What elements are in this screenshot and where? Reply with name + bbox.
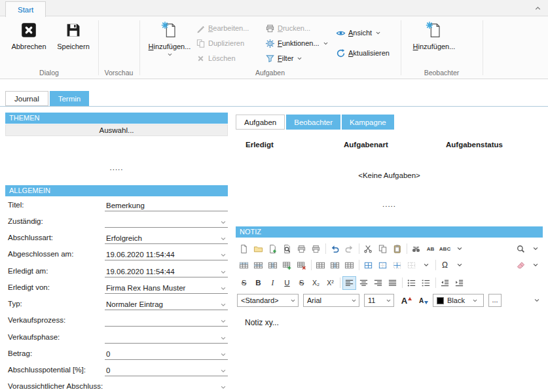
format-eraser-chevron-icon[interactable] <box>528 258 542 272</box>
table-grid-icon[interactable] <box>342 258 356 272</box>
collapse-ribbon-icon[interactable] <box>534 5 541 12</box>
paragraph-style-select[interactable]: <Standard> <box>237 294 299 307</box>
shrink-font-button[interactable]: A <box>416 294 431 308</box>
italic-icon[interactable]: I <box>266 276 280 290</box>
abschlusspotential-input[interactable]: 0 <box>105 363 228 376</box>
tab-journal[interactable]: Journal <box>5 91 48 106</box>
titel-input[interactable]: Bemerkung <box>105 198 228 211</box>
drucken-button[interactable]: Drucken... <box>265 22 310 35</box>
toolbar-more-chevron-icon[interactable] <box>452 242 466 256</box>
table-more-chevron-icon[interactable] <box>419 258 433 272</box>
paste-icon[interactable] <box>390 242 404 256</box>
font-family-select[interactable]: Arial <box>303 294 359 307</box>
find-icon[interactable] <box>409 242 423 256</box>
increase-indent-icon[interactable] <box>452 276 466 290</box>
chevron-down-icon[interactable] <box>220 318 227 325</box>
ansicht-button[interactable]: Ansicht <box>336 26 381 39</box>
copy-icon[interactable] <box>376 242 390 256</box>
underline-icon[interactable]: U <box>280 276 294 290</box>
verkaufsphase-select[interactable] <box>105 330 228 344</box>
abgeschlossen-am-select[interactable]: 19.06.2020 11:54:44 <box>105 247 228 260</box>
abschlussart-select[interactable]: Erfolgreich <box>105 231 228 244</box>
superscript-icon[interactable]: X² <box>323 276 337 290</box>
import-file-icon[interactable] <box>266 242 280 256</box>
hinzufuegen-aufgabe-button[interactable]: Hinzufügen... <box>146 18 193 69</box>
insert-table-icon[interactable] <box>237 258 251 272</box>
column-header-erledigt[interactable]: Erledigt <box>246 141 274 149</box>
strikethrough-icon[interactable]: S <box>237 276 251 290</box>
chevron-down-icon[interactable] <box>220 384 227 391</box>
column-header-aufgabenstatus[interactable]: Aufgabenstatus <box>446 141 503 149</box>
erledigt-am-select[interactable]: 19.06.2020 11:54:44 <box>105 264 228 277</box>
verkaufsprozess-select[interactable] <box>105 313 228 327</box>
typ-select[interactable]: Normaler Eintrag <box>105 297 228 310</box>
outside-borders-icon[interactable] <box>376 258 390 272</box>
special-character-icon[interactable]: Ω <box>438 258 452 272</box>
auswahl-button[interactable]: Auswahl... <box>5 124 228 136</box>
split-cells-icon[interactable] <box>328 258 342 272</box>
redo-icon[interactable] <box>342 242 356 256</box>
notiz-editor[interactable]: Notiz xy... <box>236 310 543 390</box>
special-character-chevron-icon[interactable] <box>452 258 466 272</box>
print-icon[interactable] <box>295 242 308 256</box>
bullet-list-icon[interactable] <box>405 276 418 290</box>
chevron-down-icon[interactable] <box>220 219 227 226</box>
spellcheck-icon[interactable]: ABC <box>438 242 452 256</box>
zoom-icon[interactable] <box>514 242 528 256</box>
align-justify-icon[interactable] <box>386 276 399 290</box>
no-borders-icon[interactable] <box>405 258 418 272</box>
open-icon[interactable] <box>251 242 265 256</box>
new-document-icon[interactable] <box>237 242 251 256</box>
speichern-button[interactable]: Speichern <box>50 18 97 69</box>
chevron-down-icon[interactable] <box>220 335 227 342</box>
chevron-down-icon[interactable] <box>220 368 227 374</box>
inside-borders-icon[interactable] <box>390 258 404 272</box>
font-color-button[interactable]: Black <box>433 294 484 307</box>
grow-font-button[interactable]: A <box>399 294 414 308</box>
loeschen-button[interactable]: Löschen <box>196 52 236 65</box>
cut-icon[interactable] <box>361 242 375 256</box>
filter-button[interactable]: Filter <box>265 52 302 65</box>
table-column-icon[interactable] <box>266 258 280 272</box>
numbered-list-icon[interactable] <box>419 276 433 290</box>
chevron-down-icon[interactable] <box>220 302 227 308</box>
abbrechen-button[interactable]: Abbrechen <box>5 18 52 69</box>
undo-icon[interactable] <box>328 242 342 256</box>
delete-cells-icon[interactable] <box>295 258 308 272</box>
font-size-select[interactable]: 11 <box>364 294 394 307</box>
tab-start[interactable]: Start <box>5 1 46 17</box>
strikethrough-alt-icon[interactable]: S <box>295 276 308 290</box>
merge-cells-icon[interactable] <box>314 258 327 272</box>
subscript-icon[interactable]: X₂ <box>309 276 323 290</box>
tab-kampagne[interactable]: Kampagne <box>342 115 394 130</box>
bold-icon[interactable]: B <box>251 276 265 290</box>
duplizieren-button[interactable]: Duplizieren <box>196 37 244 50</box>
column-header-aufgabenart[interactable]: Aufgabenart <box>344 141 388 149</box>
chevron-down-icon[interactable] <box>220 285 227 292</box>
align-center-icon[interactable] <box>357 276 371 290</box>
chevron-down-icon[interactable] <box>220 269 227 276</box>
format-eraser-icon[interactable] <box>514 258 528 272</box>
align-left-icon[interactable] <box>342 276 356 290</box>
more-options-button[interactable]: ... <box>488 294 502 307</box>
tab-termin[interactable]: Termin <box>50 91 90 106</box>
decrease-indent-icon[interactable] <box>438 276 452 290</box>
zoom-chevron-icon[interactable] <box>528 242 542 256</box>
aktualisieren-button[interactable]: Aktualisieren <box>336 46 390 60</box>
hinzufuegen-beobachter-button[interactable]: Hinzufügen... <box>411 18 458 69</box>
insert-row-icon[interactable] <box>280 258 294 272</box>
zustaendig-select[interactable] <box>105 215 228 228</box>
quick-print-icon[interactable] <box>309 242 323 256</box>
table-row-icon[interactable] <box>251 258 265 272</box>
tab-beobachter[interactable]: Beobachter <box>286 115 340 130</box>
align-right-icon[interactable] <box>371 276 385 290</box>
voraussichtlicher-abschluss-select[interactable] <box>105 380 228 392</box>
betrag-input[interactable]: 0 <box>105 347 228 360</box>
chevron-down-icon[interactable] <box>220 351 227 358</box>
erledigt-von-select[interactable]: Firma Rex Hans Muster <box>105 281 228 294</box>
print-preview-icon[interactable] <box>280 242 294 256</box>
funktionen-button[interactable]: Funktionen... <box>265 37 329 50</box>
replace-icon[interactable]: AB <box>424 242 437 256</box>
chevron-down-icon[interactable] <box>220 252 227 258</box>
tab-aufgaben[interactable]: Aufgaben <box>236 115 285 130</box>
